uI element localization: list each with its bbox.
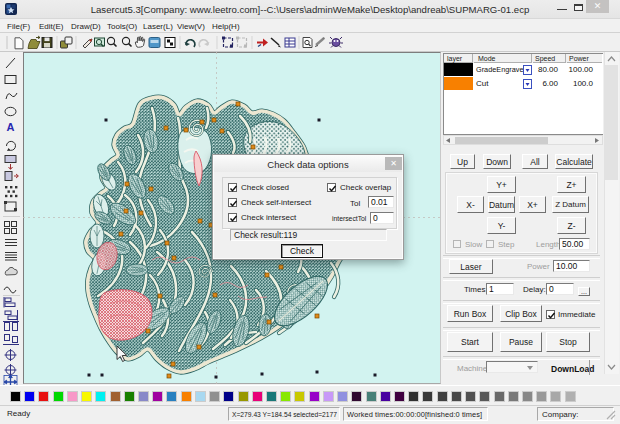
svg-text:A: A bbox=[7, 121, 15, 133]
